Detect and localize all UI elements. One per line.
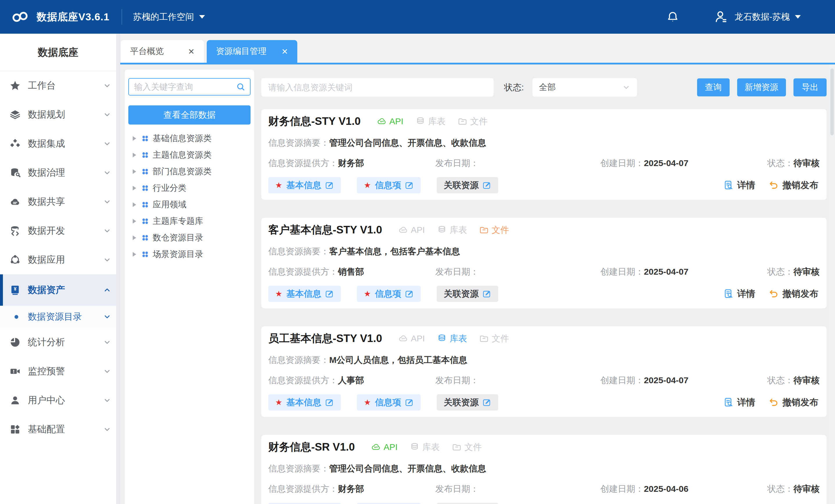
sidebar-item-data-sharing[interactable]: 数据共享 bbox=[0, 187, 116, 216]
edit-icon bbox=[325, 181, 334, 190]
detail-link[interactable]: 详情 bbox=[723, 288, 755, 300]
sidebar-item-workbench[interactable]: 工作台 bbox=[0, 71, 116, 100]
info-items-button[interactable]: 信息项 bbox=[357, 177, 421, 193]
add-resource-button[interactable]: 新增资源 bbox=[737, 78, 786, 96]
related-resource-button[interactable]: 关联资源 bbox=[437, 394, 498, 410]
card-actions: 详情 撤销发布 bbox=[723, 286, 818, 302]
basic-info-button[interactable]: 基本信息 bbox=[268, 177, 341, 193]
caret-right-icon[interactable] bbox=[133, 202, 136, 207]
search-icon bbox=[236, 82, 245, 92]
topbar-divider bbox=[122, 9, 122, 25]
info-items-button[interactable]: 信息项 bbox=[357, 394, 421, 410]
main-scrollbar-track[interactable] bbox=[829, 64, 835, 504]
detail-document-icon bbox=[723, 288, 734, 299]
notification-bell-icon[interactable] bbox=[666, 10, 679, 23]
provider-value: 人事部 bbox=[338, 376, 364, 385]
tree-item-warehouse-catalog[interactable]: 数仓资源目录 bbox=[125, 229, 254, 246]
active-tab-underline bbox=[120, 63, 835, 64]
edit-icon bbox=[404, 181, 414, 190]
caret-right-icon[interactable] bbox=[133, 169, 136, 174]
resource-type-badges: API 库表 文件 bbox=[371, 441, 482, 453]
revoke-publish-link[interactable]: 撤销发布 bbox=[769, 396, 818, 408]
main-scrollbar-thumb[interactable] bbox=[830, 68, 834, 135]
tree-item-basic-info[interactable]: 基础信息资源类 bbox=[125, 130, 254, 147]
caret-right-icon[interactable] bbox=[133, 186, 136, 190]
view-all-data-button[interactable]: 查看全部数据 bbox=[128, 105, 250, 124]
tab-platform-overview[interactable]: 平台概览 bbox=[121, 40, 204, 63]
table-badge: 库表 bbox=[437, 224, 467, 236]
tree-search-input[interactable] bbox=[129, 82, 231, 92]
sidebar-item-data-governance[interactable]: 数据治理 bbox=[0, 158, 116, 187]
caret-right-icon[interactable] bbox=[133, 153, 136, 157]
card-buttons: 基本信息 信息项 关联资源 bbox=[268, 177, 498, 193]
sidebar-item-data-planning[interactable]: 数据规划 bbox=[0, 100, 116, 129]
close-tab-icon[interactable] bbox=[188, 47, 195, 56]
file-badge: 文件 bbox=[457, 116, 487, 127]
chevron-down-icon bbox=[103, 226, 111, 235]
chevron-down-icon bbox=[103, 139, 111, 148]
revoke-publish-link[interactable]: 撤销发布 bbox=[769, 179, 818, 191]
provider-value: 财务部 bbox=[338, 484, 364, 493]
workspace-dropdown[interactable]: 苏槐的工作空间 bbox=[133, 11, 205, 23]
caret-right-icon[interactable] bbox=[133, 236, 136, 240]
undo-icon bbox=[769, 180, 779, 190]
caret-right-icon[interactable] bbox=[133, 136, 136, 141]
related-resource-button[interactable]: 关联资源 bbox=[437, 503, 498, 504]
sidebar-item-user-center[interactable]: 用户中心 bbox=[0, 386, 116, 415]
resource-meta: 信息资源提供方：财务部 发布日期： 创建日期：2025-04-06 状态：待审核 bbox=[268, 483, 820, 495]
resource-keyword-input[interactable] bbox=[261, 78, 493, 97]
category-icon bbox=[141, 217, 149, 225]
tree-item-scenario-catalog[interactable]: 场景资源目录 bbox=[125, 246, 254, 262]
sidebar-item-data-assets[interactable]: 数据资产 bbox=[0, 274, 116, 306]
basic-info-button[interactable]: 基本信息 bbox=[268, 503, 341, 504]
detail-link[interactable]: 详情 bbox=[723, 396, 755, 408]
sidebar-item-data-application[interactable]: 数据应用 bbox=[0, 245, 116, 274]
tab-resource-catalog-management[interactable]: 资源编目管理 bbox=[207, 40, 297, 63]
tree-item-department-info[interactable]: 部门信息资源类 bbox=[125, 163, 254, 180]
related-resource-button[interactable]: 关联资源 bbox=[437, 177, 498, 193]
basic-info-button[interactable]: 基本信息 bbox=[268, 394, 341, 410]
user-avatar-icon[interactable] bbox=[714, 9, 728, 24]
undo-icon bbox=[769, 397, 779, 408]
tree-item-industry[interactable]: 行业分类 bbox=[125, 180, 254, 196]
file-badge: 文件 bbox=[452, 441, 482, 453]
detail-link[interactable]: 详情 bbox=[723, 179, 755, 191]
cloud-icon bbox=[9, 196, 21, 207]
user-icon bbox=[9, 395, 21, 406]
sidebar-item-data-development[interactable]: 数据开发 bbox=[0, 216, 116, 245]
caret-right-icon[interactable] bbox=[133, 219, 136, 224]
status-select[interactable]: 全部 bbox=[532, 78, 637, 97]
card-actions: 详情 撤销发布 bbox=[723, 394, 818, 410]
caret-right-icon[interactable] bbox=[133, 252, 136, 257]
related-resource-button[interactable]: 关联资源 bbox=[437, 286, 498, 302]
edit-icon bbox=[482, 289, 491, 299]
search-button[interactable] bbox=[231, 79, 250, 95]
user-dropdown[interactable]: 龙石数据-苏槐 bbox=[735, 11, 801, 23]
tree-item-theme-info[interactable]: 主题信息资源类 bbox=[125, 147, 254, 163]
sidebar-item-basic-config[interactable]: 基础配置 bbox=[0, 415, 116, 444]
sidebar-item-statistics[interactable]: 统计分析 bbox=[0, 328, 116, 357]
chevron-down-icon bbox=[103, 110, 111, 119]
info-items-button[interactable]: 信息项 bbox=[357, 286, 421, 302]
sidebar-item-data-integration[interactable]: 数据集成 bbox=[0, 129, 116, 158]
sidebar-item-monitoring[interactable]: 监控预警 bbox=[0, 357, 116, 386]
tree-item-application-domain[interactable]: 应用领域 bbox=[125, 196, 254, 213]
asset-book-icon bbox=[9, 284, 21, 296]
export-button[interactable]: 导出 bbox=[793, 78, 827, 96]
resource-title: 财务信息-SR V1.0 bbox=[268, 440, 355, 455]
sidebar-subitem-data-resource-catalog[interactable]: 数据资源目录 bbox=[0, 306, 116, 328]
close-tab-icon[interactable] bbox=[281, 47, 288, 56]
tree-item-theme-library[interactable]: 主题库专题库 bbox=[125, 213, 254, 229]
chevron-down-icon bbox=[103, 168, 111, 177]
star-icon bbox=[9, 80, 21, 91]
info-items-button[interactable]: 信息项 bbox=[357, 503, 421, 504]
status-select-value: 全部 bbox=[539, 82, 556, 93]
query-button[interactable]: 查询 bbox=[697, 78, 730, 96]
basic-info-button[interactable]: 基本信息 bbox=[268, 286, 341, 302]
sidebar-scrollbar-track[interactable] bbox=[116, 34, 120, 504]
api-cloud-icon bbox=[398, 225, 408, 235]
revoke-publish-link[interactable]: 撤销发布 bbox=[769, 288, 818, 300]
bullet-icon bbox=[15, 315, 18, 319]
user-name: 龙石数据-苏槐 bbox=[735, 11, 790, 23]
api-badge: API bbox=[398, 333, 425, 345]
